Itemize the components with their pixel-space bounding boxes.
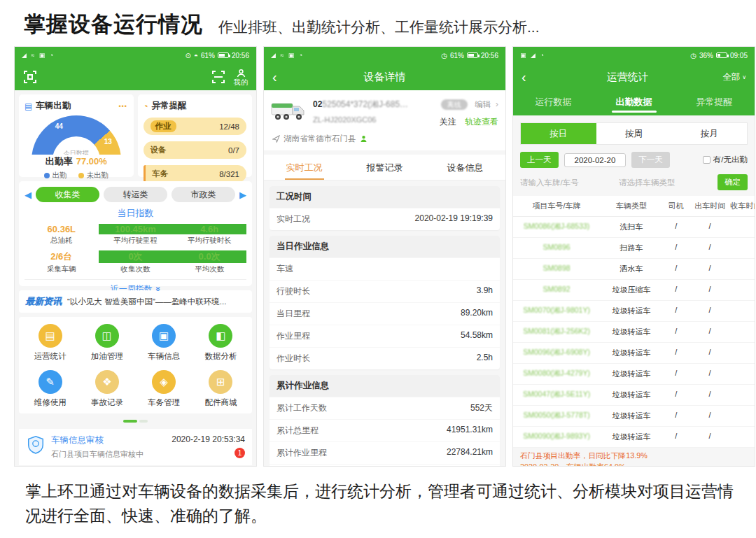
- table-row[interactable]: SM0898 洒水车 / /: [513, 259, 755, 280]
- app-icon: ❖: [95, 370, 119, 394]
- next-category-icon[interactable]: ▶: [239, 190, 246, 200]
- alerts-card[interactable]: ◔ 异常提醒 作业 12/48: [138, 94, 253, 177]
- tab-exception-alerts[interactable]: 异常提醒: [674, 96, 755, 115]
- back-icon[interactable]: ‹: [522, 69, 533, 85]
- app-entry[interactable]: ❖ 事故记录: [78, 370, 135, 408]
- follow-link[interactable]: 关注: [440, 117, 456, 127]
- table-body: SM0086(湘J-68533) 洗扫车 / / SM0896 扫路车 / /: [513, 217, 755, 448]
- alert-label: 车务: [153, 169, 169, 179]
- app-label: 配件商城: [204, 397, 237, 408]
- alert-row[interactable]: 车务 8/321: [144, 165, 247, 183]
- qr-scan-icon[interactable]: [23, 70, 37, 84]
- attendance-card[interactable]: ▤ 车辆出勤 ⋯ 今日数据 44 13 出勤率77.00%: [19, 94, 134, 177]
- stat-value: 0次: [99, 250, 173, 263]
- category-tab-collection[interactable]: 收集类: [36, 187, 99, 202]
- attendance-filter-checkbox[interactable]: 有/无出勤: [703, 155, 748, 165]
- audit-title: 车辆信息审核: [51, 434, 166, 446]
- app-entry[interactable]: ◧ 数据分析: [192, 324, 249, 362]
- prev-category-icon[interactable]: ◀: [24, 190, 31, 200]
- cell-driver: /: [663, 222, 690, 232]
- alert-value: 8/321: [219, 170, 239, 178]
- attendance-title: 车辆出勤: [36, 100, 71, 112]
- table-row[interactable]: SM0047(湘J-5E11Y) 垃圾转运车 / /: [513, 385, 755, 406]
- cell-depart-time: /: [690, 369, 731, 379]
- news-bar[interactable]: 最新资讯 “以小见大 智造美丽中国”——盈峰中联环境...: [19, 290, 252, 313]
- table-row[interactable]: SM0050(湘J-5778T) 垃圾转运车 / /: [513, 406, 755, 427]
- alert-value: 0/7: [228, 146, 239, 155]
- app-icon: ◧: [209, 324, 232, 348]
- audit-card[interactable]: 车辆信息审核 石门县项目车辆信息审核中 2020-2-19 20:53:34 1: [19, 429, 252, 465]
- alert-row[interactable]: 作业 12/48: [144, 118, 247, 135]
- stats-nav-bar: ‹ 运营统计 全部 ∨: [513, 64, 755, 90]
- filter-all-dropdown[interactable]: 全部 ∨: [722, 71, 746, 83]
- stats-tabs: 运行数据 出勤数据 异常提醒: [513, 90, 755, 115]
- info-label: 实时工况: [276, 213, 310, 225]
- home-nav-bar: 我的: [15, 64, 256, 90]
- page: 掌握设备运行情况 作业排班、出勤统计分析、工作量统计展示分析... ◢ ≈ ▣ …: [0, 0, 756, 538]
- audit-desc: 石门县项目车辆信息审核中: [51, 449, 166, 460]
- app-entry[interactable]: ▣ 车辆信息: [136, 324, 192, 362]
- category-tab-transfer[interactable]: 转运类: [104, 187, 167, 202]
- app-entry[interactable]: ◈ 车务管理: [136, 370, 192, 408]
- more-icon[interactable]: ⋯: [118, 101, 128, 111]
- alerts-title: 异常提醒: [152, 100, 187, 112]
- cell-return-time: [730, 411, 755, 421]
- edit-link[interactable]: 编辑: [475, 100, 491, 108]
- table-row[interactable]: SM0070(湘J-9801Y) 垃圾转运车 / /: [513, 301, 755, 322]
- tab-device-info[interactable]: 设备信息: [425, 155, 505, 180]
- period-month[interactable]: 按月: [671, 123, 747, 144]
- alert-label: 作业: [150, 120, 176, 132]
- table-row[interactable]: SM0090(湘J-9893Y) 垃圾转运车 / /: [513, 427, 755, 448]
- info-row: 累计工作天数 552天: [270, 397, 500, 419]
- table-row[interactable]: SM0080(湘J-4279Y) 垃圾转运车 / /: [513, 364, 755, 385]
- table-row[interactable]: SM0892 垃圾压缩车 / /: [513, 280, 755, 301]
- tab-realtime-status[interactable]: 实时工况: [264, 155, 344, 180]
- app-entry[interactable]: ⊞ 配件商城: [192, 370, 249, 408]
- category-tab-municipal[interactable]: 市政类: [172, 187, 235, 202]
- app-entry[interactable]: ▤ 运营统计: [22, 324, 78, 362]
- date-picker[interactable]: 2020-02-20: [564, 153, 626, 167]
- info-row: 累计作业里程 22784.21km: [270, 441, 500, 464]
- tab-running-data[interactable]: 运行数据: [513, 96, 594, 115]
- info-row: 作业里程 54.58km: [270, 325, 500, 347]
- clock-icon: ◷: [441, 52, 447, 59]
- back-icon[interactable]: ‹: [272, 69, 284, 85]
- cell-plate: SM0086(湘J-68533): [513, 222, 600, 232]
- truck-image: [271, 97, 307, 128]
- device-card[interactable]: 02525054*372(湘J-685… ZL-HJ2020XGC06 离线 编…: [264, 90, 505, 132]
- vehicle-type-select[interactable]: [619, 178, 713, 187]
- table-row[interactable]: SM0081(湘J-256K2) 垃圾转运车 / /: [513, 322, 755, 343]
- tab-attendance-data[interactable]: 出勤数据: [594, 96, 674, 115]
- app-entry[interactable]: ✎ 维修使用: [22, 370, 78, 408]
- info-label: 车速: [276, 263, 293, 275]
- period-day[interactable]: 按日: [521, 123, 596, 144]
- confirm-button[interactable]: 确定: [718, 174, 748, 190]
- table-row[interactable]: SM0096(湘J-6908Y) 垃圾转运车 / /: [513, 343, 755, 364]
- cell-vehicle-type: 垃圾转运车: [600, 432, 663, 442]
- table-row[interactable]: SM0896 扫路车 / /: [513, 238, 755, 259]
- info-label: 作业里程: [276, 330, 310, 342]
- cell-depart-time: /: [690, 222, 731, 232]
- cell-driver: /: [663, 411, 690, 421]
- tab-alarm-records[interactable]: 报警记录: [344, 155, 425, 180]
- prev-day-button[interactable]: 上一天: [520, 152, 559, 168]
- track-view-link[interactable]: 轨迹查看: [465, 117, 498, 127]
- cell-plate: SM0050(湘J-5778T): [513, 411, 600, 421]
- my-profile-button[interactable]: 我的: [234, 69, 248, 86]
- attendance-summary: 石门县项目出勤率，日同比下降13.9% 2020-02-20 车辆出勤率64.9…: [513, 448, 755, 467]
- app-label: 加油管理: [91, 351, 123, 362]
- period-week[interactable]: 按周: [596, 123, 672, 144]
- plate-search-input[interactable]: [520, 178, 615, 187]
- scan-frame-icon[interactable]: [211, 70, 225, 84]
- cell-depart-time: /: [690, 390, 731, 400]
- app-label: 事故记录: [91, 397, 123, 408]
- attendance-rate-value: 77.00%: [76, 156, 107, 167]
- section-title: 工况时间: [270, 186, 500, 208]
- stats-title: 运营统计: [533, 71, 722, 84]
- app-entry[interactable]: ◫ 加油管理: [78, 324, 135, 362]
- alert-row[interactable]: 设备 0/7: [144, 141, 247, 159]
- section-title: 当日作业信息: [270, 236, 500, 257]
- cell-return-time: [730, 390, 755, 400]
- next-day-button[interactable]: 下一天: [631, 152, 670, 168]
- table-row[interactable]: SM0086(湘J-68533) 洗扫车 / /: [513, 217, 755, 238]
